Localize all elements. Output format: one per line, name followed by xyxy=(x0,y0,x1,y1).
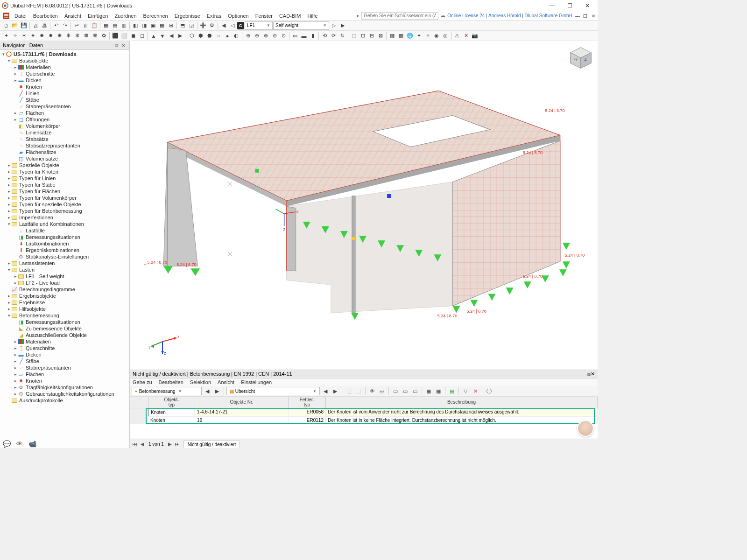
menu-hilfe[interactable]: Hilfe xyxy=(304,12,321,20)
tree-typ-spez[interactable]: ▸Typen für spezielle Objekte xyxy=(0,201,129,208)
nav-last-icon[interactable]: ▶ xyxy=(338,21,347,30)
t2-i[interactable]: ✼ xyxy=(73,32,81,40)
tree-lf1[interactable]: ▸LF1 - Self weight xyxy=(0,273,129,280)
bp-combo-view[interactable]: ▦ Übersicht▼ xyxy=(226,387,320,395)
close-button[interactable]: ✕ xyxy=(579,2,596,9)
nav-close-icon[interactable]: ✕ xyxy=(120,43,127,48)
minimize-button[interactable]: — xyxy=(543,2,560,9)
t2-aa[interactable]: ⊕ xyxy=(244,32,252,40)
keyword-input[interactable] xyxy=(361,12,438,20)
bp-clear-icon[interactable]: ✕ xyxy=(471,387,479,395)
btn-b[interactable]: ▤ xyxy=(111,21,119,30)
undo-icon[interactable]: ↶ xyxy=(52,21,60,30)
print-icon[interactable]: 🖨 xyxy=(31,21,40,30)
t2-at[interactable]: ◉ xyxy=(432,32,441,40)
menu-datei[interactable]: Datei xyxy=(11,12,30,20)
btn-h[interactable]: ⊞ xyxy=(167,21,175,30)
t2-ah[interactable]: ▮ xyxy=(309,32,317,40)
tree-bemsit[interactable]: ◨Bemessungssituationen xyxy=(0,234,129,240)
ts-next-icon[interactable]: ▶ xyxy=(167,441,173,447)
bp-next-icon[interactable]: ▶ xyxy=(213,387,221,395)
t2-n[interactable]: ⬜ xyxy=(120,32,128,40)
tree-tragf[interactable]: ▸⚙Tragfähigkeitskonfigurationen xyxy=(0,384,129,391)
bp-filter-icon[interactable]: ▽ xyxy=(461,387,470,395)
tree-imperf[interactable]: ▸Imperfektionen xyxy=(0,214,129,221)
menu-optionen[interactable]: Optionen xyxy=(225,12,252,20)
3d-viewport[interactable]: x z _ 5.24 | 8.70 5.24 | 8.70 ¯ 5.24 | 8… xyxy=(130,41,598,370)
t2-aq[interactable]: ▩ xyxy=(397,32,405,40)
bp-xyz-icon[interactable]: xyz xyxy=(378,387,386,395)
tree-ergkomb[interactable]: ⬇Ergebniskombinationen xyxy=(0,247,129,253)
bp-close-icon[interactable]: ✕ xyxy=(591,371,595,377)
eye-icon[interactable]: 👁 xyxy=(16,440,23,448)
t2-am[interactable]: ⊡ xyxy=(359,32,367,40)
tree-lasten[interactable]: ▾Lasten xyxy=(0,266,129,273)
tree-typ-linien[interactable]: ▸Typen für Linien xyxy=(0,175,129,182)
tree-lastass[interactable]: ▸Lastassistenten xyxy=(0,260,129,266)
t2-w[interactable]: ⬣ xyxy=(205,32,214,40)
tree-volumensaetze[interactable]: ◫Volumensätze xyxy=(0,155,129,162)
t2-b[interactable]: ✧ xyxy=(11,32,19,40)
btn-c[interactable]: ▥ xyxy=(120,21,128,30)
btn-d[interactable]: ◧ xyxy=(131,21,140,30)
menu-cad-bim[interactable]: CAD-BIM xyxy=(276,12,304,20)
t2-z[interactable]: ◐ xyxy=(232,32,240,40)
printer-icon[interactable]: 🖶 xyxy=(40,21,49,30)
bp-info-icon[interactable]: ⓘ xyxy=(485,387,493,395)
mdi-min[interactable]: — xyxy=(574,14,581,19)
ts-prev-icon[interactable]: ◀ xyxy=(139,441,146,447)
t2-ad[interactable]: ⊘ xyxy=(270,32,279,40)
bpm-selektion[interactable]: Selektion xyxy=(190,379,211,385)
t2-ab[interactable]: ⊖ xyxy=(253,32,261,40)
camera-icon[interactable]: 📷 xyxy=(471,32,479,40)
camera2-icon[interactable]: 📹 xyxy=(28,440,36,448)
tree-materialien[interactable]: ▸Materialien xyxy=(0,64,129,70)
bpm-ansicht[interactable]: Ansicht xyxy=(218,379,234,385)
t2-k[interactable]: ✾ xyxy=(91,32,99,40)
t2-a[interactable]: ✦ xyxy=(2,32,10,40)
bp-grid-b-icon[interactable]: ▦ xyxy=(434,387,443,395)
tree-typ-beton[interactable]: ▸Typen für Betonbemessung xyxy=(0,208,129,214)
t2-av[interactable]: ⚠ xyxy=(453,32,461,40)
loadcase-combo[interactable]: LF1▼ xyxy=(245,21,273,30)
nav-prev-icon[interactable]: ◁ xyxy=(228,21,237,30)
bp-grid-a-icon[interactable]: ▦ xyxy=(424,387,433,395)
tree-knoten[interactable]: Knoten xyxy=(0,84,129,90)
ts-last-icon[interactable]: ⏭ xyxy=(174,441,181,447)
tree-ausdr[interactable]: Ausdruckprotokolle xyxy=(0,397,129,404)
btn-f[interactable]: ▣ xyxy=(149,21,157,30)
tree-stabrep[interactable]: ⟋Stabrepräsentanten xyxy=(0,103,129,110)
ts-first-icon[interactable]: ⏮ xyxy=(132,441,138,447)
tree-stabrep2[interactable]: ▸⟋Stabrepräsentanten xyxy=(0,364,129,371)
tree-dick2[interactable]: ▸▬Dicken xyxy=(0,351,129,358)
t2-glb[interactable]: 🌐 xyxy=(406,32,414,40)
tree-stabsrep[interactable]: ⟍Stabsatzrepräsentanten xyxy=(0,142,129,149)
t2-ai[interactable]: ⟲ xyxy=(320,32,329,40)
t2-al[interactable]: ⬚ xyxy=(350,32,358,40)
loadcase-desc-combo[interactable]: Self weight▼ xyxy=(273,21,329,30)
bp-combo-category[interactable]: ●Betonbemessung▼ xyxy=(132,387,202,395)
t2-j[interactable]: ✽ xyxy=(82,32,90,40)
bpm-einstellungen[interactable]: Einstellungen xyxy=(241,379,272,385)
tree-volumenk[interactable]: ◧Volumenkörper xyxy=(0,123,129,129)
nav-first-icon[interactable]: ◀ xyxy=(219,21,228,30)
t2-an[interactable]: ⊟ xyxy=(367,32,376,40)
tree-ergebnisse[interactable]: ▸Ergebnisse xyxy=(0,299,129,306)
paste-icon[interactable]: 📋 xyxy=(90,21,99,30)
bp-prev2-icon[interactable]: ◀ xyxy=(321,387,330,395)
t2-ac[interactable]: ⊗ xyxy=(261,32,270,40)
bp-prev-icon[interactable]: ◀ xyxy=(203,387,211,395)
tree-zubem[interactable]: ◣Zu bemessende Objekte xyxy=(0,325,129,332)
menu-ansicht[interactable]: Ansicht xyxy=(61,12,85,20)
tree-berechdiag[interactable]: 📈Berechnungsdiagramme xyxy=(0,286,129,293)
tree-flaechen[interactable]: ▸▱Flächen xyxy=(0,110,129,116)
pin-icon[interactable]: ⧈ xyxy=(113,42,120,48)
btn-calc-icon[interactable]: ⚙ xyxy=(208,21,216,30)
bp-win-a-icon[interactable]: ▭ xyxy=(391,387,400,395)
tree-typ-knoten[interactable]: ▸Typen für Knoten xyxy=(0,168,129,175)
nav-next-icon[interactable]: ▷ xyxy=(330,21,338,30)
navigator-tree[interactable]: ▾US-17311.rf6 | Downloads ▾Basisobjekte … xyxy=(0,50,129,438)
tree-lf2[interactable]: ▸LF2 - Live load xyxy=(0,280,129,286)
tree-statik[interactable]: ⚙Statikanalyse-Einstellungen xyxy=(0,253,129,260)
mdi-close[interactable]: ✕ xyxy=(590,14,597,19)
